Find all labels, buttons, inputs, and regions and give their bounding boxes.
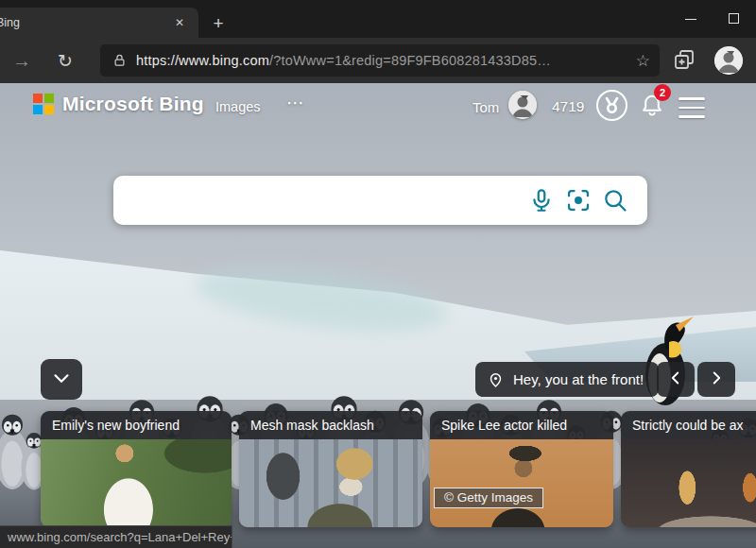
maximize-button[interactable] xyxy=(713,0,756,38)
rewards-button[interactable] xyxy=(595,89,628,122)
minimize-button[interactable] xyxy=(669,0,713,38)
browser-tab-bing[interactable]: Bing ✕ xyxy=(0,8,198,38)
visual-search-button[interactable] xyxy=(565,187,592,214)
user-avatar[interactable] xyxy=(508,91,537,119)
chevron-left-icon xyxy=(665,368,686,388)
notification-badge: 2 xyxy=(654,84,671,101)
address-bar[interactable]: https://www.bing.com/?toWww=1&redig=89F9… xyxy=(100,44,660,77)
new-tab-button[interactable]: + xyxy=(206,11,231,36)
refresh-icon: ↻ xyxy=(58,51,73,71)
logo-text: Microsoft Bing xyxy=(62,93,204,115)
news-card[interactable]: Spike Lee actor killed © Getty Images xyxy=(430,411,613,527)
visual-search-icon xyxy=(565,187,592,214)
search-box[interactable] xyxy=(113,176,647,225)
bing-header: Microsoft Bing Images ⋯ Tom 4719 xyxy=(0,89,756,127)
forward-icon: → xyxy=(12,50,31,71)
rewards-medal-icon xyxy=(595,89,628,122)
news-card[interactable]: Mesh mask backlash xyxy=(239,411,422,527)
image-caption[interactable]: Hey, you at the front! xyxy=(475,362,659,397)
bing-homepage: Microsoft Bing Images ⋯ Tom 4719 xyxy=(0,83,756,548)
tab-close-icon[interactable]: ✕ xyxy=(170,14,189,31)
microphone-icon xyxy=(528,187,555,214)
search-input[interactable] xyxy=(130,191,518,210)
search-button[interactable] xyxy=(602,187,628,214)
browser-toolbar: → ↻ https://www.bing.com/?toWww=1&redig=… xyxy=(0,38,756,83)
lock-icon xyxy=(112,53,127,68)
more-menu-icon[interactable]: ⋯ xyxy=(286,92,307,113)
profile-portrait-icon xyxy=(714,46,743,75)
favorites-star-icon[interactable]: ☆ xyxy=(636,51,650,71)
news-card[interactable]: Emily's new boyfriend xyxy=(41,411,232,527)
image-credit: © Getty Images xyxy=(434,488,543,508)
tab-title: Bing xyxy=(0,16,170,29)
search-icon xyxy=(602,187,628,214)
hamburger-menu-button[interactable] xyxy=(679,97,705,118)
browser-window: Bing ✕ + → ↻ https://www.bing.com/?toWww… xyxy=(0,0,756,548)
user-portrait-icon xyxy=(508,91,537,119)
collections-button[interactable] xyxy=(671,48,697,73)
scroll-down-button[interactable] xyxy=(41,359,82,400)
user-name[interactable]: Tom xyxy=(472,99,499,115)
news-card-image xyxy=(41,439,232,527)
status-bar: www.bing.com/search?q=Lana+Del+Rey+… xyxy=(0,525,232,548)
url-text: https://www.bing.com/?toWww=1&redig=89F9… xyxy=(136,53,628,68)
minimize-icon xyxy=(685,19,696,20)
news-card-image: © Getty Images xyxy=(430,439,613,527)
news-card-image xyxy=(239,439,422,527)
chevron-down-icon xyxy=(49,366,74,390)
news-card[interactable]: Strictly could be ax xyxy=(621,411,756,527)
voice-search-button[interactable] xyxy=(528,187,555,214)
news-card-title: Mesh mask backlash xyxy=(239,411,422,439)
refresh-button[interactable]: ↻ xyxy=(51,47,79,74)
nav-images-link[interactable]: Images xyxy=(215,99,261,114)
microsoft-logo-icon xyxy=(33,94,54,114)
caption-text: Hey, you at the front! xyxy=(513,371,644,387)
browser-profile-avatar[interactable] xyxy=(714,46,743,75)
window-controls xyxy=(669,0,756,38)
next-image-button[interactable] xyxy=(697,362,735,397)
news-card-image xyxy=(621,439,756,527)
prev-image-button[interactable] xyxy=(657,362,695,397)
location-pin-icon xyxy=(487,370,505,388)
maximize-icon xyxy=(729,13,739,24)
news-card-title: Spike Lee actor killed xyxy=(430,411,613,439)
browser-titlebar: Bing ✕ + xyxy=(0,0,756,38)
news-card-title: Strictly could be ax xyxy=(621,411,756,439)
chevron-right-icon xyxy=(706,368,727,388)
forward-button[interactable]: → xyxy=(8,47,36,74)
microsoft-bing-logo[interactable]: Microsoft Bing xyxy=(33,93,204,115)
collections-icon xyxy=(673,48,696,71)
news-card-title: Emily's new boyfriend xyxy=(41,411,232,439)
rewards-points[interactable]: 4719 xyxy=(552,98,584,115)
